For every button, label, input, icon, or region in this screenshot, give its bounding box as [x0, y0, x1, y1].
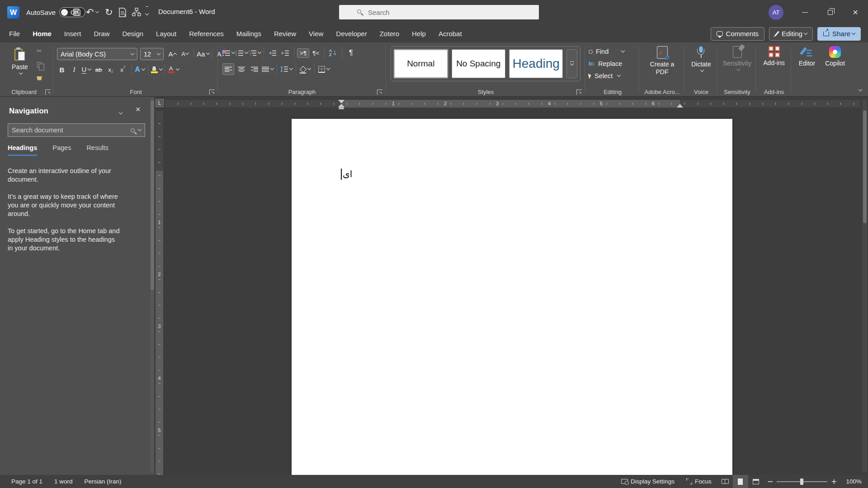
- document-text[interactable]: ای: [343, 169, 352, 179]
- nav-tab-pages[interactable]: Pages: [52, 144, 71, 156]
- copilot-button[interactable]: Copilot: [821, 42, 849, 86]
- align-center-button[interactable]: [236, 63, 247, 75]
- tab-references[interactable]: References: [183, 25, 230, 42]
- tab-acrobat[interactable]: Acrobat: [432, 25, 468, 42]
- org-chart-button[interactable]: [132, 6, 141, 19]
- replace-button[interactable]: bcReplace: [589, 58, 622, 69]
- bold-button[interactable]: B: [56, 64, 68, 75]
- zoom-in-button[interactable]: +: [827, 477, 840, 486]
- navigation-scrollbar[interactable]: [151, 99, 154, 473]
- show-formatting-marks-button[interactable]: ¶: [345, 47, 357, 59]
- align-left-button[interactable]: [222, 63, 234, 75]
- style-normal[interactable]: Normal: [394, 49, 448, 78]
- dictate-button[interactable]: Dictate: [686, 42, 717, 86]
- font-color-button[interactable]: A: [167, 64, 179, 75]
- save-button[interactable]: [72, 6, 81, 19]
- numbering-button[interactable]: 123: [236, 47, 248, 59]
- justify-button[interactable]: [262, 63, 274, 75]
- title-search-box[interactable]: [339, 5, 539, 19]
- tab-design[interactable]: Design: [116, 25, 150, 42]
- read-mode-button[interactable]: [717, 475, 733, 488]
- navigation-close-button[interactable]: ×: [136, 105, 141, 114]
- display-settings-button[interactable]: Display Settings: [615, 475, 680, 488]
- tab-developer[interactable]: Developer: [330, 25, 373, 42]
- undo-dropdown-icon[interactable]: [95, 9, 99, 13]
- print-layout-button[interactable]: [733, 475, 748, 488]
- vertical-ruler[interactable]: 1 2 3 4 5: [156, 111, 163, 475]
- shading-button[interactable]: [299, 63, 311, 75]
- multilevel-list-button[interactable]: 1ai: [249, 47, 261, 59]
- rtl-text-direction-button[interactable]: ¶<: [310, 49, 321, 57]
- shrink-font-button[interactable]: A: [179, 48, 191, 60]
- editing-mode-button[interactable]: Editing: [769, 27, 813, 41]
- borders-button[interactable]: [318, 63, 330, 75]
- grow-font-button[interactable]: A: [166, 48, 178, 60]
- find-button[interactable]: Find: [589, 46, 624, 57]
- tab-zotero[interactable]: Zotero: [373, 25, 406, 42]
- text-effects-button[interactable]: A: [134, 64, 146, 75]
- addins-button[interactable]: Add-ins: [758, 42, 790, 86]
- format-painter-button[interactable]: [33, 72, 45, 84]
- nav-tab-headings[interactable]: Headings: [8, 144, 37, 156]
- bullets-button[interactable]: [222, 47, 235, 59]
- navigation-collapse-button[interactable]: [118, 108, 122, 117]
- decrease-indent-button[interactable]: [267, 47, 278, 59]
- zoom-out-button[interactable]: −: [764, 477, 777, 486]
- tab-mailings[interactable]: Mailings: [230, 25, 268, 42]
- right-indent-marker[interactable]: [677, 104, 683, 108]
- editor-button[interactable]: Editor: [793, 42, 821, 86]
- strikethrough-button[interactable]: ab: [93, 64, 104, 75]
- tab-home[interactable]: Home: [26, 25, 58, 42]
- scrollbar-thumb[interactable]: [863, 110, 867, 223]
- comments-button[interactable]: Comments: [711, 27, 765, 41]
- customize-quick-access-button[interactable]: [146, 6, 148, 19]
- tab-insert[interactable]: Insert: [58, 25, 88, 42]
- tab-stop-selector[interactable]: L: [156, 99, 164, 107]
- tab-draw[interactable]: Draw: [87, 25, 116, 42]
- zoom-slider[interactable]: [777, 481, 827, 482]
- page-indicator[interactable]: Page 1 of 1: [5, 475, 48, 488]
- line-spacing-button[interactable]: [280, 63, 292, 75]
- search-input[interactable]: [368, 9, 504, 16]
- create-pdf-button[interactable]: ꭤ Create a PDF: [641, 42, 683, 86]
- hanging-indent-marker[interactable]: [338, 104, 344, 107]
- close-button[interactable]: ×: [843, 0, 868, 25]
- font-size-combo[interactable]: 12: [140, 48, 164, 60]
- style-no-spacing[interactable]: No Spacing: [452, 49, 505, 78]
- copy-button[interactable]: [33, 59, 45, 70]
- ltr-text-direction-button[interactable]: >¶: [297, 48, 309, 58]
- tab-help[interactable]: Help: [406, 25, 432, 42]
- scrollbar-thumb[interactable]: [151, 100, 154, 290]
- sensitivity-button[interactable]: Sensitivity: [719, 42, 755, 86]
- subscript-button[interactable]: x2: [105, 64, 117, 75]
- undo-button[interactable]: ↶: [86, 6, 99, 19]
- first-line-indent-marker[interactable]: [338, 100, 344, 103]
- clipboard-dialog-launcher[interactable]: ↘: [45, 89, 51, 95]
- nav-tab-results[interactable]: Results: [86, 144, 108, 156]
- horizontal-ruler[interactable]: 1 2 3 4 5 6: [165, 100, 860, 108]
- document-scrollbar[interactable]: [862, 99, 867, 472]
- print-preview-button[interactable]: [118, 6, 127, 19]
- font-dialog-launcher[interactable]: ↘: [209, 89, 215, 95]
- zoom-slider-thumb[interactable]: [800, 479, 803, 485]
- left-indent-marker[interactable]: [339, 107, 344, 109]
- web-layout-button[interactable]: [748, 475, 764, 488]
- increase-indent-button[interactable]: [279, 47, 291, 59]
- styles-gallery-more-button[interactable]: [566, 49, 577, 78]
- tab-file[interactable]: File: [3, 25, 26, 42]
- underline-button[interactable]: U: [80, 64, 92, 75]
- tab-view[interactable]: View: [302, 25, 330, 42]
- sort-button[interactable]: AZ↓: [327, 47, 339, 59]
- paste-button[interactable]: Paste: [8, 44, 32, 88]
- navigation-search-input[interactable]: [12, 127, 131, 134]
- restore-button[interactable]: [817, 0, 843, 25]
- font-name-combo[interactable]: Arial (Body CS): [57, 48, 137, 60]
- focus-mode-button[interactable]: Focus: [680, 475, 717, 488]
- tab-layout[interactable]: Layout: [150, 25, 183, 42]
- account-avatar[interactable]: AT: [769, 5, 783, 20]
- italic-button[interactable]: I: [68, 64, 80, 75]
- zoom-percentage[interactable]: 100%: [840, 478, 868, 485]
- cut-button[interactable]: ✂: [33, 45, 45, 57]
- change-case-button[interactable]: Aa: [197, 48, 209, 60]
- select-button[interactable]: Select: [589, 70, 620, 81]
